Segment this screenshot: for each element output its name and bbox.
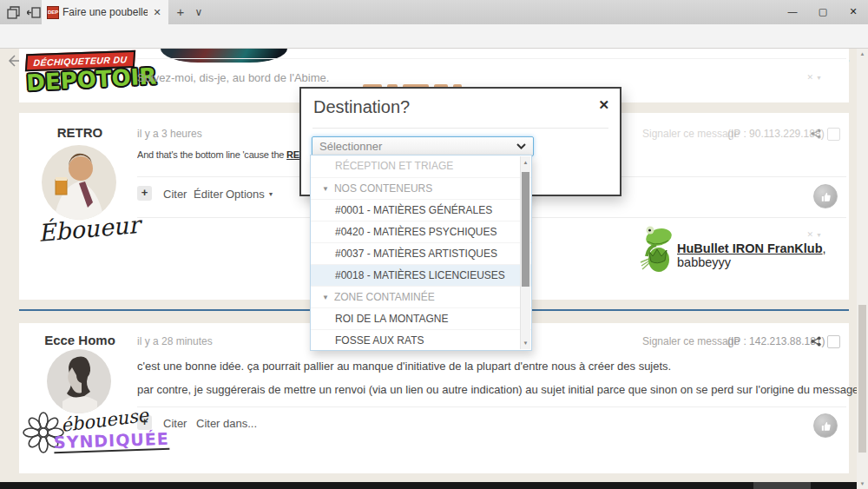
option-fosse-aux-rats[interactable]: FOSSE AUX RATS [311, 329, 531, 351]
post-body: And that's the bottom line 'cause the RE… [137, 149, 300, 160]
signature-text: Éboueur [37, 211, 141, 247]
hidden-post-signature: HuBullet IRON FranKlub, babbeyyy [677, 241, 849, 269]
browser-tab[interactable]: DEP Faire une poubelle avec ✕ [42, 0, 168, 24]
option-label: #0420 - MATIÈRES PSYCHIQUES [335, 226, 497, 238]
ip-address: (IP : 90.113.229.188) [727, 128, 825, 140]
option-0037-matieres-artistiques[interactable]: #0037 - MATIÈRES ARTISTIQUES [311, 242, 531, 264]
select-post-checkbox[interactable] [827, 335, 840, 348]
tab-title: Faire une poubelle avec [62, 6, 148, 18]
page-scrollbar[interactable]: ▲ ▼ [857, 49, 868, 489]
option-label: #0037 - MATIÈRES ARTISTIQUES [335, 248, 497, 260]
modal-title: Destination? [313, 97, 410, 117]
optgroup-zone-contaminee[interactable]: ▼ZONE CONTAMINÉE [311, 286, 531, 307]
scroll-up-icon[interactable]: ▲ [857, 51, 868, 56]
thumbs-up-icon [819, 190, 832, 203]
signature-collapse-controls[interactable]: ✕▼ [807, 73, 825, 82]
chevron-down-icon [516, 143, 526, 149]
minimize-button[interactable]: — [779, 0, 806, 23]
scroll-down-icon[interactable]: ▼ [521, 340, 530, 346]
avatar[interactable] [42, 145, 116, 220]
signature-collapse-controls[interactable]: ✕▼ [807, 230, 825, 239]
destination-select[interactable]: Sélectionner [312, 136, 534, 156]
bottom-bar-segment [753, 482, 811, 489]
optgroup-label: NOS CONTENEURS [334, 182, 432, 195]
content-separator [137, 406, 846, 407]
options-dropdown[interactable]: Options ▼ [226, 188, 273, 201]
option-label: #0018 - MATIÈRES LICENCIEUSES [335, 269, 505, 281]
option-label: FOSSE AUX RATS [335, 334, 424, 347]
depotoir-logo-signature: DÉCHIQUETEUR DU DEPOTOIR [25, 50, 140, 96]
caret-down-icon: ▼ [322, 294, 329, 301]
scrollbar-thumb[interactable] [522, 172, 529, 287]
share-post-icon[interactable] [811, 129, 821, 139]
browser-window: DEP Faire une poubelle avec ✕ + ∨ — ▢ ✕ [0, 0, 868, 489]
report-link[interactable]: Signaler ce message [642, 335, 740, 347]
signature-quote: Suivez-moi, dis-je, au bord de l'Abime. [137, 71, 329, 84]
signature-line-2: SYNDIQUÉE [54, 429, 169, 454]
navigation-toolbar: https://www.depotoir.ca/topic/19609-fair… [0, 24, 868, 49]
like-button[interactable] [813, 413, 838, 438]
content-separator [137, 58, 846, 59]
option-label: #0001 - MATIÈRES GÉNÉRALES [335, 204, 492, 216]
option-label: ROI DE LA MONTAGNE [335, 313, 448, 325]
caret-down-icon: ▼ [322, 185, 329, 193]
close-icon[interactable]: ✕ [807, 73, 817, 82]
tab-list-chevron-icon[interactable]: ∨ [191, 0, 207, 24]
select-post-checkbox[interactable] [827, 128, 840, 141]
chevron-down-icon: ▼ [267, 191, 273, 197]
set-tabs-aside-icon[interactable] [27, 6, 41, 19]
post-author[interactable]: Ecce Homo [19, 333, 141, 347]
avatar[interactable] [47, 349, 111, 413]
logo-word: DEPOTOIR [26, 64, 140, 96]
window-close-button[interactable]: ✕ [840, 0, 866, 23]
option-reception[interactable]: RÉCEPTION ET TRIAGE [311, 155, 531, 177]
report-link[interactable]: Signaler ce message [642, 128, 740, 140]
cite-in-button[interactable]: Citer dans... [196, 417, 257, 430]
option-label: RÉCEPTION ET TRIAGE [335, 160, 453, 172]
dropdown-scrollbar[interactable]: ▲ ▼ [520, 156, 530, 349]
signature-link[interactable]: HuBullet IRON FranKlub [677, 241, 823, 255]
post-body-link[interactable]: RET [286, 149, 300, 160]
chevron-down-icon[interactable]: ▼ [816, 75, 825, 81]
post-paragraph-2: par contre, je suggérerais de mettre un … [137, 383, 862, 396]
post-timestamp: il y a 28 minutes [137, 335, 213, 347]
post-author[interactable]: RETRO [19, 125, 141, 140]
destination-dropdown-list: RÉCEPTION ET TRIAGE ▼NOS CONTENEURS #000… [310, 155, 532, 351]
option-0018-matieres-licencieuses[interactable]: #0018 - MATIÈRES LICENCIEUSES [311, 264, 531, 286]
tab-preview-icon[interactable] [7, 6, 20, 19]
multiquote-button[interactable]: + [137, 186, 152, 201]
optgroup-label: ZONE CONTAMINÉE [334, 291, 435, 303]
post-timestamp: il y a 3 heures [137, 128, 202, 140]
post-paragraph-1: c'est une bonne idée. ça pourrait pallie… [137, 360, 671, 373]
site-favicon: DEP [47, 6, 59, 19]
thumbs-up-icon [819, 420, 832, 433]
kermit-signature-image [638, 226, 676, 273]
option-0001-matieres-generales[interactable]: #0001 - MATIÈRES GÉNÉRALES [311, 199, 531, 221]
chevron-down-icon[interactable]: ▼ [816, 232, 825, 238]
bottom-edge-bar [0, 482, 868, 489]
title-bar: DEP Faire une poubelle avec ✕ + ∨ — ▢ ✕ [0, 0, 868, 24]
close-icon[interactable]: ✕ [807, 230, 817, 239]
new-tab-button[interactable]: + [173, 0, 188, 24]
maximize-button[interactable]: ▢ [810, 0, 836, 23]
edit-button[interactable]: Éditer [194, 188, 223, 201]
tab-close-icon[interactable]: ✕ [151, 0, 163, 24]
option-0420-matieres-psychiques[interactable]: #0420 - MATIÈRES PSYCHIQUES [311, 221, 531, 242]
partial-content-image [161, 49, 287, 63]
scroll-up-icon[interactable]: ▲ [521, 160, 530, 165]
like-button[interactable] [813, 184, 838, 208]
select-placeholder: Sélectionner [319, 140, 516, 153]
modal-divider [312, 128, 608, 129]
post-body-text: And that's the bottom line 'cause the [137, 149, 286, 160]
options-label: Options [226, 188, 265, 201]
share-post-icon[interactable] [811, 336, 821, 347]
optgroup-nos-conteneurs[interactable]: ▼NOS CONTENEURS [311, 177, 531, 199]
cite-button[interactable]: Citer [163, 188, 187, 201]
scrollbar-thumb[interactable] [858, 305, 866, 453]
option-roi-de-la-montagne[interactable]: ROI DE LA MONTAGNE [311, 307, 531, 329]
modal-close-icon[interactable]: ✕ [598, 97, 609, 113]
scroll-down-icon[interactable]: ▼ [857, 481, 868, 486]
